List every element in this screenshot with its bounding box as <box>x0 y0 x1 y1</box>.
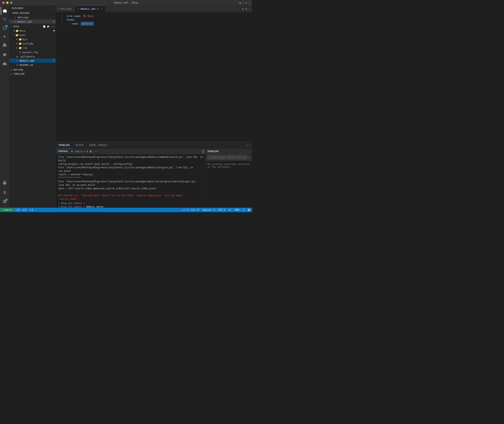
new-file-icon[interactable]: 📄 <box>43 25 46 28</box>
open-editor-welcome[interactable]: ⚡ Welcome <box>9 15 56 19</box>
blog-section-icons[interactable]: 📄 📁 ↻ ⊟ <box>43 25 54 28</box>
gitignore-label: .gitignore <box>19 55 56 58</box>
tree-bin[interactable]: ▶ 📁 bin <box>9 37 56 41</box>
lib-folder-icon: 📁 <box>19 46 22 49</box>
maximize-button[interactable] <box>10 1 12 4</box>
problems-filter-area[interactable]: ⧖ <box>205 154 252 161</box>
layout-icon-3[interactable]: ⊞ <box>245 1 247 4</box>
status-right: Ln 3, Col 17 Spaces: 2 UTF-8 LF YAML ☺ 🔔 <box>181 208 252 212</box>
terminal-prompt-2: ❯ Blog git:(main) ✗ mkdocs serve <box>58 205 203 208</box>
layout-icon-1[interactable]: ▣ <box>239 1 241 4</box>
activity-run[interactable] <box>1 33 9 40</box>
welcome-tab-icon: ⚡ <box>58 7 60 10</box>
status-encoding[interactable]: UTF-8 <box>217 208 227 212</box>
tree-pyvenv[interactable]: ⚙ pyvenv.cfg <box>9 50 56 54</box>
key-name: name <box>72 22 78 25</box>
activity-source-control[interactable]: 2 <box>1 24 9 32</box>
activity-accounts[interactable] <box>1 188 9 196</box>
layout-toggle-icon[interactable]: ⋯ <box>249 7 250 10</box>
run-icon[interactable]: ▶ <box>242 7 244 10</box>
split-editor-icon[interactable]: ⊞ <box>245 7 247 10</box>
refresh-icon[interactable]: ↻ <box>51 25 52 28</box>
tree-docs[interactable]: ▶ 📁 docs <box>9 29 56 33</box>
status-left: ⎇ main* ↻ 0 ⊗ 0 ⚠ 0 <box>0 208 35 212</box>
warning-count: 0 <box>31 208 33 211</box>
activity-remote[interactable] <box>1 51 9 59</box>
terminal-header: TERMINAL ⊞ zsh ∨ + ⊟ 🗑 ··· <box>56 149 205 154</box>
open-editor-mkdocs[interactable]: ✕ ! mkdocs.yml U <box>9 19 56 24</box>
more-options-icon[interactable]: ··· <box>49 7 54 10</box>
activity-extensions[interactable] <box>1 41 9 49</box>
panel-tab-output[interactable]: OUTPUT <box>73 142 87 149</box>
sidebar-header-icons[interactable]: ··· <box>49 7 54 10</box>
filter-icon[interactable]: ⧖ <box>248 156 250 159</box>
minimize-button[interactable] <box>6 1 9 4</box>
panel-collapse-icon[interactable]: ∧ <box>246 144 248 147</box>
tree-readme[interactable]: ℹ README.md <box>9 63 56 67</box>
open-editors-section[interactable]: ▾ OPEN EDITORS <box>9 11 56 15</box>
blog-section[interactable]: ▾ BLOG 📄 📁 ↻ ⊟ <box>9 25 56 29</box>
status-language[interactable]: YAML <box>233 208 242 212</box>
terminal-content[interactable]: File "/Users/eve/Desktop/Blog/venv/lib/p… <box>56 154 205 208</box>
close-button[interactable] <box>2 1 5 4</box>
folder-icon: 📁 <box>16 29 19 32</box>
problems-filter-input[interactable] <box>207 155 248 160</box>
status-spaces[interactable]: Spaces: 2 <box>201 208 217 212</box>
bin-label: bin <box>23 38 56 41</box>
tree-gitignore[interactable]: ◆ .gitignore <box>9 54 56 58</box>
mkdocs-tab-label: mkdocs.yml <box>81 7 96 10</box>
window-title: mkdocs.yml — Blog <box>114 1 138 4</box>
terminal-split-icon[interactable]: ⊟ <box>87 150 88 153</box>
terminal-error-trace: File "/Users/eve/Desktop/Blog/venv/lib/p… <box>58 155 203 201</box>
terminal-add-icon[interactable]: + <box>84 150 85 153</box>
timeline-section[interactable]: ▶ TIMELINE <box>9 72 56 76</box>
explorer-title: EXPLORER <box>12 7 23 10</box>
layout-icon-2[interactable]: ▭ <box>243 1 244 4</box>
activity-search[interactable] <box>1 16 9 23</box>
source-control-badge: 2 <box>5 25 8 28</box>
mkdocs-tab-close[interactable]: ✕ <box>100 7 103 11</box>
status-eol[interactable]: LF <box>227 208 233 212</box>
tree-include[interactable]: ▶ 📁 include <box>9 41 56 46</box>
status-warnings[interactable]: ⚠ 0 <box>28 208 34 212</box>
tab-welcome[interactable]: ⚡ Welcome <box>56 6 75 12</box>
code-editor[interactable]: site_name: My Docs theme: │name: materia… <box>66 12 249 142</box>
status-branch[interactable]: ⎇ main* <box>0 208 14 212</box>
tab-mkdocs[interactable]: ! mkdocs.yml U ✕ <box>75 6 105 12</box>
tree-mkdocs[interactable]: ! mkdocs.yml U <box>9 58 56 63</box>
welcome-file-label: Welcome <box>18 16 56 19</box>
activity-explorer[interactable] <box>1 7 9 15</box>
terminal-more-icon[interactable]: ··· <box>93 150 98 153</box>
readme-spacer <box>12 63 16 66</box>
status-feedback[interactable]: ☺ <box>242 208 246 212</box>
terminal-shell-label[interactable]: zsh ∨ <box>75 150 82 153</box>
venv-folder-icon: 📂 <box>16 33 19 37</box>
activity-docker[interactable] <box>1 179 9 187</box>
problems-panel: PROBLEMS ⧖ No problems have been detecte… <box>205 149 252 208</box>
panel-tab-problems[interactable]: PROBLEMS <box>56 142 73 149</box>
panel-tab-debug-console[interactable]: DEBUG CONSOLE <box>87 142 110 149</box>
collapse-icon[interactable]: ⊟ <box>53 25 54 28</box>
include-folder-icon: 📁 <box>19 42 22 45</box>
window-controls[interactable] <box>2 1 12 4</box>
status-position[interactable]: Ln 3, Col 17 <box>181 208 201 212</box>
new-folder-icon[interactable]: 📁 <box>47 25 50 28</box>
main-layout: 2 <box>0 6 252 208</box>
status-errors[interactable]: ⊗ 0 <box>21 208 28 212</box>
activity-testing[interactable] <box>1 60 9 68</box>
layout-icon-4[interactable]: ⋯ <box>249 1 250 4</box>
code-line-1: site_name: My Docs <box>66 14 249 18</box>
activity-settings[interactable]: 1 <box>1 198 9 206</box>
panel-close-icon[interactable]: ✕ <box>249 144 250 147</box>
tree-lib[interactable]: ▶ 📁 lib <box>9 46 56 50</box>
activity-bottom: 1 <box>1 179 9 208</box>
settings-badge: 1 <box>5 198 8 201</box>
status-sync[interactable]: ↻ 0 <box>14 208 21 212</box>
outline-section[interactable]: ▶ OUTLINE <box>9 68 56 72</box>
terminal-trash-icon[interactable]: 🗑 <box>90 150 92 153</box>
tree-venv[interactable]: ▾ 📂 venv <box>9 33 56 37</box>
problems-title: PROBLEMS <box>207 150 219 153</box>
status-bell[interactable]: 🔔 <box>246 208 252 212</box>
status-bar: ⎇ main* ↻ 0 ⊗ 0 ⚠ 0 Ln 3, Col 17 Spaces:… <box>0 208 252 212</box>
close-modified-icon[interactable]: ✕ <box>12 20 14 23</box>
